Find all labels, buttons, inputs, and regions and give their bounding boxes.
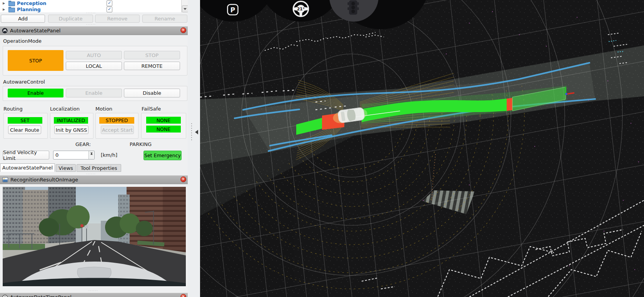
velocity-unit-label: [km/h] — [101, 152, 117, 158]
expand-arrow-icon[interactable]: ▶ — [3, 8, 7, 11]
splitter-collapse-icon[interactable] — [193, 130, 198, 134]
close-icon[interactable]: ✕ — [180, 294, 186, 297]
checkbox[interactable]: ✓ — [107, 0, 112, 6]
splitter-handle[interactable]: ...... — [86, 172, 96, 175]
set-emergency-button[interactable]: Set Emergency — [143, 151, 182, 160]
localization-status-badge: INITIALIZED — [54, 117, 88, 124]
operation-mode-label: OperationMode — [3, 38, 42, 44]
gear-value: PARKING — [130, 141, 152, 147]
close-icon[interactable]: ✕ — [180, 176, 186, 182]
operation-mode-current[interactable]: STOP — [8, 50, 63, 71]
splitter-handle[interactable]: ...... — [86, 22, 96, 25]
failsafe-label: FailSafe — [142, 106, 161, 112]
control-enable-current[interactable]: Enable — [8, 89, 63, 97]
send-velocity-limit-button[interactable]: Send Velocity Limit — [3, 151, 49, 159]
remove-button[interactable]: Remove — [95, 15, 140, 23]
velocity-limit-value[interactable]: 0 — [55, 152, 58, 158]
autoware-logo-icon — [2, 28, 8, 34]
image-panel-icon — [2, 177, 8, 182]
routing-label: Routing — [3, 106, 23, 112]
duplicate-button[interactable]: Duplicate — [48, 15, 93, 23]
splitter-grip[interactable] — [191, 123, 192, 142]
tab-tool-properties[interactable]: Tool Properties — [77, 164, 121, 172]
accept-start-button[interactable]: Accept Start — [101, 126, 134, 134]
close-icon[interactable]: ✕ — [180, 27, 186, 33]
panel-title: AutowareDateTimePanel — [10, 294, 72, 297]
tree-item-label[interactable]: Perception — [17, 0, 46, 6]
clock-icon — [2, 295, 8, 297]
gear-label: GEAR: — [75, 141, 91, 147]
tree-scrollbar[interactable] — [181, 0, 188, 12]
disable-button[interactable]: Disable — [124, 89, 180, 97]
panel-splitter[interactable] — [188, 0, 200, 297]
panel-title: RecognitionResultOnImage — [10, 177, 78, 183]
localization-label: Localization — [50, 106, 80, 112]
motion-label: Motion — [95, 106, 112, 112]
splitter-handle[interactable]: ...... — [86, 11, 96, 14]
failsafe-status-badge-1: NONE — [146, 117, 181, 124]
camera-image — [3, 187, 186, 286]
rviz-3d-viewport[interactable]: P 21° — [200, 0, 644, 297]
tab-views[interactable]: Views — [56, 164, 76, 172]
velocity-limit-spinbox[interactable]: 0 — [53, 151, 95, 159]
splitter-handle[interactable]: ...... — [88, 289, 98, 292]
steering-angle-value: 21° — [297, 7, 305, 11]
rviz-window: ▶ Perception ✓ ▶ Planning ✓ ...... Add D… — [0, 0, 644, 297]
panel-title: AutowareStatePanel — [10, 28, 60, 34]
clear-route-button[interactable]: Clear Route — [8, 126, 41, 134]
routing-status-badge: SET — [8, 117, 42, 124]
checkbox[interactable]: ✓ — [107, 7, 112, 12]
lidar-scene: P 21° — [200, 0, 644, 297]
rename-button[interactable]: Rename — [142, 15, 187, 23]
tab-autoware-state-panel[interactable]: AutowareStatePanel — [0, 163, 55, 172]
autoware-control-label: AutowareControl — [3, 79, 45, 85]
init-by-gnss-button[interactable]: Init by GNSS — [54, 126, 88, 134]
expand-arrow-icon[interactable]: ▶ — [3, 2, 7, 5]
stop-button[interactable]: STOP — [124, 51, 180, 59]
folder-icon — [8, 1, 15, 5]
failsafe-status-badge-2: NONE — [146, 126, 181, 133]
add-button[interactable]: Add — [1, 15, 45, 23]
folder-icon — [8, 7, 15, 12]
motion-status-badge: STOPPED — [99, 117, 134, 124]
tree-item-label[interactable]: Planning — [17, 7, 41, 12]
recognition-panel-header[interactable]: RecognitionResultOnImage ✕ — [0, 175, 188, 184]
local-button[interactable]: LOCAL — [66, 62, 122, 70]
scroll-down-icon[interactable] — [182, 5, 188, 12]
remote-button[interactable]: REMOTE — [124, 62, 180, 70]
traffic-light-icon — [348, 0, 359, 15]
enable-button[interactable]: Enable — [66, 89, 122, 97]
tree-row-perception[interactable]: ▶ Perception ✓ — [0, 0, 181, 6]
left-panel: ▶ Perception ✓ ▶ Planning ✓ ...... Add D… — [0, 0, 188, 297]
datetime-panel-header[interactable]: AutowareDateTimePanel ✕ — [0, 293, 188, 297]
autoware-state-panel-header[interactable]: AutowareStatePanel ✕ — [0, 26, 188, 35]
auto-button[interactable]: AUTO — [66, 51, 122, 59]
stop-wall-marker — [507, 98, 512, 111]
svg-text:P: P — [230, 6, 235, 14]
